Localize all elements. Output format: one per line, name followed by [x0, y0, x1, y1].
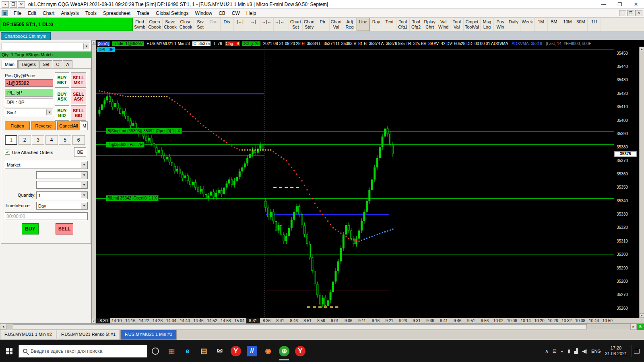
close-mini-icon[interactable]: ✕	[18, 1, 25, 8]
toolbar-1m-button[interactable]: 1M	[535, 18, 548, 31]
toolbar-chart-set-button[interactable]: ChartSet	[289, 18, 303, 31]
toolbar-tool-cfg1-button[interactable]: ToolCfg1	[396, 18, 410, 31]
time-axis[interactable]: -8-3014:1014:1614:2214:2814:3414:4014:46…	[96, 318, 644, 323]
panel-tab-targets[interactable]: Targets	[18, 60, 39, 68]
toolbar-tool-cfg2-button[interactable]: ToolCfg2	[410, 18, 423, 31]
panel-tab-a[interactable]: A	[63, 60, 72, 68]
toolbar-msg-log-button[interactable]: MsgLog	[481, 18, 494, 31]
toolbar-5m-button[interactable]: 5M	[548, 18, 561, 31]
toolbar-adj-reg-button[interactable]: AdjReg	[343, 18, 357, 31]
panel-tab-main[interactable]: Main	[2, 60, 18, 68]
toolbar-srv-set-button[interactable]: SrvSet	[194, 18, 207, 31]
mini-window-icon[interactable]: ▪	[2, 1, 9, 8]
toolbar-val-wind-button[interactable]: ValWind	[437, 18, 450, 31]
m-button[interactable]: M	[81, 121, 88, 130]
toolbar-hscale-compress-button[interactable]: |↔|	[234, 18, 247, 31]
maximize-button[interactable]: ❐	[612, 0, 628, 8]
menu-trade[interactable]: Trade	[134, 10, 153, 17]
qty-preset-6[interactable]: 6	[72, 135, 85, 145]
scroll-right-icon[interactable]: ►	[630, 324, 637, 330]
toolbar-30m-button[interactable]: 30M	[574, 18, 588, 31]
menu-spreadsheet[interactable]: Spreadsheet	[100, 10, 134, 17]
battery-icon[interactable]: ▮	[568, 348, 570, 354]
buy-bid-button[interactable]: BUY BID	[55, 105, 69, 121]
time-field[interactable]: 00:00:00	[5, 212, 88, 220]
toolbar-text-button[interactable]: Text	[383, 18, 396, 31]
chevron-down-icon[interactable]: ▼	[81, 162, 87, 168]
language-indicator[interactable]: ENG	[591, 349, 601, 354]
order-label-2[interactable]: B|Lmt| 35342 |Open|0| 1 | X	[106, 195, 159, 201]
order-type-combo[interactable]: Market ▼	[5, 161, 88, 169]
aux-combo-1[interactable]: ▼	[36, 171, 88, 179]
sell-mkt-button[interactable]: SELL MKT	[71, 72, 86, 88]
mail-button[interactable]: ✉	[212, 340, 228, 362]
menu-edit[interactable]: Edit	[25, 10, 39, 17]
qty-preset-2[interactable]: 2	[19, 135, 31, 145]
buy-mkt-button[interactable]: BUY MKT	[55, 72, 69, 88]
close-button[interactable]: ✕	[628, 0, 644, 8]
toolbar-open-cbook-button[interactable]: OpenCbook	[147, 18, 163, 31]
chart-plot[interactable]: DPL: 0P B|StopLmt (35396)| 35392 |Open|0…	[96, 47, 614, 318]
chart-tab-3[interactable]: F.US.MYMU21 1 Min #3	[120, 330, 177, 340]
reverse-button[interactable]: Reverse	[31, 121, 56, 130]
screen-icon[interactable]: ⊡	[553, 348, 557, 354]
toolbar-chart-val-button[interactable]: ChartVal	[330, 18, 343, 31]
child-close-icon[interactable]: ✕	[635, 10, 642, 16]
quantity-combo[interactable]: 1 ▼	[36, 191, 88, 199]
instrument-combo[interactable]: ▼	[2, 43, 90, 50]
clock[interactable]: 17:20 31.08.2021	[605, 346, 627, 357]
toolbar-ray-button[interactable]: Ray	[370, 18, 383, 31]
toolbar-pos-win-button[interactable]: PosWin	[494, 18, 507, 31]
network-icon[interactable]: ▟	[574, 348, 578, 354]
buy-button[interactable]: BUY	[22, 223, 39, 234]
toolbar-find-symb-button[interactable]: FindSymb	[133, 18, 147, 31]
toolbar-hscale-expand-button[interactable]: ↔|	[247, 18, 260, 31]
chart-vscrollbar-left[interactable]: ▲ ▼	[92, 40, 96, 323]
hscroll-track[interactable]	[6, 324, 630, 330]
scroll-up-icon[interactable]: ▲	[92, 40, 96, 45]
chart-hscrollbar[interactable]: ◄ ► 5	[0, 323, 644, 330]
minimize-button[interactable]: —	[596, 0, 612, 8]
chevron-down-icon[interactable]: ▼	[81, 182, 87, 188]
scroll-left-icon[interactable]: ◄	[0, 324, 6, 330]
child-minimize-icon[interactable]: ─	[619, 10, 626, 16]
restore-window-icon[interactable]: ❐	[10, 1, 17, 8]
file-explorer-button[interactable]: ▤	[196, 340, 212, 362]
app-diagonal-button[interactable]: //	[244, 340, 260, 362]
cortana-button[interactable]	[147, 340, 163, 362]
qty-preset-5[interactable]: 5	[59, 135, 71, 145]
buy-ask-button[interactable]: BUY ASK	[55, 89, 69, 104]
tif-combo[interactable]: Day ▼	[36, 202, 88, 210]
chart-tab-2[interactable]: F.US.MYMU21 Renko 5t #1	[57, 330, 120, 340]
be-button[interactable]: BE	[74, 147, 86, 157]
panel-tab-set[interactable]: Set	[39, 60, 53, 68]
qty-preset-1[interactable]: 1	[5, 135, 17, 145]
toolbar-chart-stdy-button[interactable]: ChartStdy	[303, 18, 316, 31]
toolbar-cmpct-toolval-button[interactable]: CmpctToolVal	[464, 18, 481, 31]
toolbar-tool-val-button[interactable]: ToolVal	[450, 18, 464, 31]
toolbar-dis-button[interactable]: Dis	[221, 18, 234, 31]
chevron-down-icon[interactable]: ▼	[83, 43, 89, 49]
toolbar-close-cbook-button[interactable]: CloseCbook	[178, 18, 194, 31]
edge-button[interactable]: e	[180, 340, 196, 362]
toolbar-1h-button[interactable]: 1H	[588, 18, 601, 31]
use-attached-checkbox[interactable]: ✓	[5, 150, 10, 155]
qty-preset-3[interactable]: 3	[32, 135, 44, 145]
chart-canvas[interactable]	[96, 47, 614, 318]
chevron-down-icon[interactable]: ▼	[81, 172, 87, 178]
account-combo[interactable]: Sim1 ▼	[5, 109, 53, 116]
toolbar-shift-left-button[interactable]: →|←	[260, 18, 274, 31]
toolbar-con-button[interactable]: Con	[207, 18, 221, 31]
volume-icon[interactable]: ◀)	[582, 348, 587, 354]
taskbar-search[interactable]: Введите здесь текст для поиска	[19, 345, 147, 358]
menu-analysis[interactable]: Analysis	[58, 10, 82, 17]
toolbar-line-button[interactable]: Line	[357, 18, 370, 31]
chart-tab-1[interactable]: F.US.MYMU21 1 Min #2	[0, 330, 56, 340]
scroll-up-icon[interactable]: ▲	[640, 47, 644, 51]
chevron-down-icon[interactable]: ▼	[81, 192, 87, 198]
chart-vscrollbar-right[interactable]: ▲ ▼	[639, 47, 644, 318]
order-label-1[interactable]: -1@35382 | P/L: 7P	[106, 142, 144, 148]
toolbar-10m-button[interactable]: 10M	[561, 18, 574, 31]
globe-button[interactable]: ⊕	[276, 340, 292, 362]
scroll-down-icon[interactable]: ▼	[640, 313, 644, 318]
